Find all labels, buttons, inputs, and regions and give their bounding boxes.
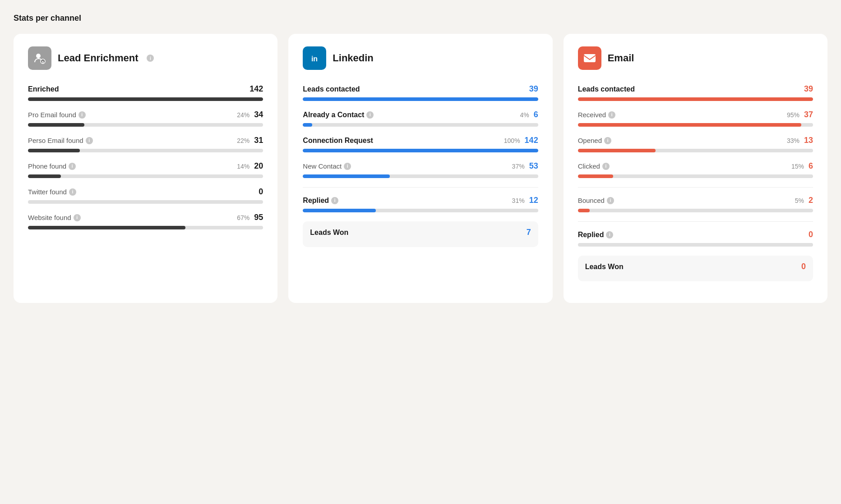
main-stat-row-linkedin: Leads contacted39 bbox=[303, 84, 538, 101]
stat-value-email-0: 37 bbox=[804, 110, 813, 119]
progress-bar-track bbox=[578, 209, 813, 212]
stat-row-linkedin-3: Repliedi31%12 bbox=[303, 196, 538, 212]
progress-bar-fill bbox=[578, 149, 656, 152]
progress-bar-fill bbox=[578, 123, 801, 127]
stat-row-linkedin-2: New Contacti37%53 bbox=[303, 161, 538, 178]
progress-bar-track bbox=[578, 123, 813, 127]
info-icon: i bbox=[608, 111, 615, 119]
leads-won-value-email: 0 bbox=[801, 262, 806, 271]
stat-percent-enrichment-0: 24% bbox=[237, 111, 250, 119]
progress-bar-fill bbox=[28, 174, 61, 178]
card-header-email: Email bbox=[578, 46, 813, 70]
stat-value-email-1: 13 bbox=[804, 136, 813, 145]
stat-percent-email-2: 15% bbox=[791, 163, 804, 170]
leads-won-email: Leads Won0 bbox=[578, 256, 813, 281]
info-icon: i bbox=[606, 231, 613, 238]
main-stat-value-enrichment: 142 bbox=[250, 84, 263, 94]
stat-percent-enrichment-1: 22% bbox=[237, 137, 250, 144]
progress-bar-track bbox=[303, 209, 538, 212]
stat-row-enrichment-2: Phone foundi14%20 bbox=[28, 161, 263, 178]
stat-percent-email-3: 5% bbox=[795, 197, 804, 204]
svg-rect-5 bbox=[584, 54, 596, 62]
progress-bar-track bbox=[28, 200, 263, 204]
progress-bar-fill bbox=[578, 209, 590, 212]
progress-bar-fill bbox=[303, 174, 390, 178]
stat-label-email-4: Repliedi bbox=[578, 231, 614, 239]
stat-value-linkedin-1: 142 bbox=[525, 136, 538, 145]
progress-bar-fill bbox=[303, 209, 376, 212]
progress-bar-fill bbox=[28, 123, 84, 127]
progress-bar-fill bbox=[303, 149, 538, 152]
progress-bar-track bbox=[303, 97, 538, 101]
main-stat-value-email: 39 bbox=[804, 84, 813, 94]
stat-percent-enrichment-2: 14% bbox=[237, 163, 250, 170]
info-icon: i bbox=[69, 188, 76, 196]
stat-row-linkedin-1: Connection Request100%142 bbox=[303, 136, 538, 152]
stat-value-enrichment-3: 0 bbox=[259, 187, 263, 197]
progress-bar-track bbox=[28, 174, 263, 178]
stat-row-email-3: Bouncedi5%2 bbox=[578, 196, 813, 212]
stat-row-email-2: Clickedi15%6 bbox=[578, 161, 813, 178]
stat-label-linkedin-1: Connection Request bbox=[303, 137, 373, 145]
leads-won-linkedin: Leads Won7 bbox=[303, 221, 538, 247]
progress-bar-fill bbox=[28, 97, 263, 101]
main-stat-label-enrichment: Enriched bbox=[28, 85, 59, 93]
stat-value-email-3: 2 bbox=[809, 196, 813, 205]
stat-value-linkedin-2: 53 bbox=[529, 161, 538, 171]
stat-label-linkedin-0: Already a Contacti bbox=[303, 111, 374, 119]
divider bbox=[578, 221, 813, 222]
stat-percent-linkedin-2: 37% bbox=[512, 163, 525, 170]
progress-bar-fill bbox=[28, 149, 80, 152]
stat-value-linkedin-0: 6 bbox=[534, 110, 538, 119]
stat-label-linkedin-3: Repliedi bbox=[303, 197, 338, 205]
stat-row-linkedin-0: Already a Contacti4%6 bbox=[303, 110, 538, 127]
card-enrichment: $ Lead EnrichmentiEnriched142Pro Email f… bbox=[14, 34, 277, 303]
card-email: EmailLeads contacted39Receivedi95%37Open… bbox=[564, 34, 827, 303]
info-icon: i bbox=[74, 214, 81, 221]
card-linkedin: in LinkedinLeads contacted39Already a Co… bbox=[288, 34, 552, 303]
progress-bar-track bbox=[578, 174, 813, 178]
info-icon: i bbox=[69, 163, 76, 170]
stat-value-enrichment-1: 31 bbox=[254, 136, 263, 145]
stat-percent-enrichment-4: 67% bbox=[237, 214, 250, 221]
info-icon: i bbox=[602, 163, 610, 170]
main-stat-value-linkedin: 39 bbox=[529, 84, 538, 94]
divider bbox=[303, 187, 538, 188]
svg-text:$: $ bbox=[42, 60, 44, 64]
info-icon: i bbox=[344, 163, 351, 170]
divider bbox=[578, 187, 813, 188]
stat-row-email-0: Receivedi95%37 bbox=[578, 110, 813, 127]
main-stat-row-enrichment: Enriched142 bbox=[28, 84, 263, 101]
stat-label-linkedin-2: New Contacti bbox=[303, 162, 351, 170]
stat-percent-linkedin-1: 100% bbox=[504, 137, 520, 144]
info-icon: i bbox=[86, 137, 93, 144]
info-icon: i bbox=[366, 111, 374, 119]
progress-bar-track bbox=[578, 149, 813, 152]
stat-value-enrichment-4: 95 bbox=[254, 213, 263, 222]
progress-bar-fill bbox=[303, 123, 312, 127]
info-icon: i bbox=[79, 111, 86, 119]
stat-label-email-1: Openedi bbox=[578, 137, 611, 144]
stat-row-enrichment-1: Perso Email foundi22%31 bbox=[28, 136, 263, 152]
main-stat-label-linkedin: Leads contacted bbox=[303, 85, 360, 93]
progress-bar-fill bbox=[578, 97, 813, 101]
info-icon: i bbox=[604, 137, 611, 144]
stat-row-email-1: Openedi33%13 bbox=[578, 136, 813, 152]
stat-percent-email-1: 33% bbox=[787, 137, 799, 144]
linkedin-icon: in bbox=[303, 46, 326, 70]
main-stat-row-email: Leads contacted39 bbox=[578, 84, 813, 101]
progress-bar-track bbox=[303, 174, 538, 178]
info-icon: i bbox=[607, 197, 614, 204]
stat-value-linkedin-3: 12 bbox=[529, 196, 538, 205]
main-stat-label-email: Leads contacted bbox=[578, 85, 635, 93]
progress-bar-track bbox=[28, 149, 263, 152]
progress-bar-track bbox=[303, 149, 538, 152]
progress-bar-track bbox=[578, 97, 813, 101]
card-title-linkedin: Linkedin bbox=[333, 52, 373, 64]
card-title-email: Email bbox=[608, 52, 634, 64]
stat-row-enrichment-4: Website foundi67%95 bbox=[28, 213, 263, 229]
svg-point-0 bbox=[36, 54, 41, 58]
stat-percent-linkedin-3: 31% bbox=[512, 197, 525, 204]
email-icon bbox=[578, 46, 601, 70]
progress-bar-track bbox=[303, 123, 538, 127]
